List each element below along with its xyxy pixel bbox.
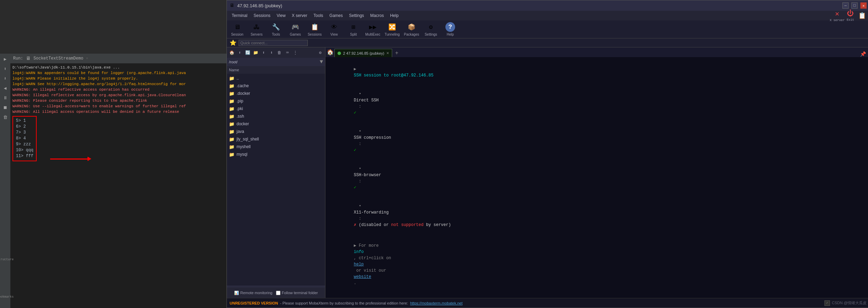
- ide-icon5[interactable]: ⏹: [1, 103, 9, 112]
- ide-structure-icon[interactable]: Structure: [1, 255, 9, 264]
- browser-value: ✓: [354, 185, 356, 190]
- close-button[interactable]: ✕: [860, 2, 867, 9]
- ide-icon6[interactable]: 🗑: [1, 113, 9, 121]
- toolbar-help[interactable]: ? Help: [443, 22, 458, 36]
- fb-item-docker2[interactable]: 📁 docker: [227, 120, 325, 128]
- xserver-label: X server: [830, 19, 844, 22]
- toolbar-tools[interactable]: 🔧 Tools: [268, 22, 284, 36]
- fb-item-pki[interactable]: 📁 .pki: [227, 105, 325, 112]
- help-link[interactable]: help: [354, 262, 364, 267]
- clipboard-icon[interactable]: 📋: [858, 12, 866, 19]
- fb-item-jly[interactable]: 📁 jly_sql_shell: [227, 135, 325, 143]
- tools-icon: 🔧: [271, 22, 281, 32]
- menu-terminal[interactable]: Terminal: [229, 12, 250, 19]
- output-box: 5> 1 6> 2 7> 3 8> 4 9> zzz 10> qqq 11> f…: [12, 116, 226, 161]
- fb-list[interactable]: 📁 .. 📁 .cache 📁 .docker 📁 .pip 📁: [227, 74, 325, 286]
- warn-line-4: WARNING: An illegal reflective access op…: [12, 87, 226, 92]
- tunneling-label: Tunneling: [385, 33, 400, 36]
- fb-item-java[interactable]: 📁 java: [227, 128, 325, 135]
- fb-item-docker-label: .docker: [237, 91, 250, 96]
- menu-macros[interactable]: Macros: [368, 12, 387, 19]
- quick-connect-input[interactable]: [239, 40, 308, 46]
- mobaxterm-link[interactable]: https://mobaxterm.mobatek.net: [410, 301, 463, 305]
- compression-label: SSH compression: [354, 135, 391, 140]
- folder-icon: 📁: [229, 99, 234, 104]
- fb-item-pip[interactable]: 📁 .pip: [227, 97, 325, 105]
- follow-terminal-checkbox[interactable]: [276, 291, 280, 295]
- ide-debug-icon[interactable]: ⬆: [1, 65, 9, 73]
- follow-terminal-btn[interactable]: Follow terminal folder: [276, 291, 318, 295]
- menu-help[interactable]: Help: [387, 12, 401, 19]
- toolbar-session[interactable]: 🖥 Session: [230, 22, 245, 36]
- fb-item-docker[interactable]: 📁 .docker: [227, 90, 325, 97]
- fb-item-ssh[interactable]: 📁 .ssh: [227, 112, 325, 120]
- menu-xserver[interactable]: X server: [289, 12, 310, 19]
- main-content: 🏠 ⬆ 🔄 📁 ⬆ ⬇ 🗑 ⌨ ⋮ ⚙ /root/ ▼ Name: [227, 47, 868, 298]
- ide-icon4[interactable]: ⏸: [1, 94, 9, 102]
- rt-exit-btn[interactable]: ⏻ Exit: [847, 9, 854, 22]
- ide-bookmarks-icon[interactable]: Bookmarks: [1, 293, 9, 301]
- toolbar-games[interactable]: 🎮 Games: [288, 22, 303, 36]
- menu-view[interactable]: View: [274, 12, 288, 19]
- menu-bar: Terminal Sessions View X server Tools Ga…: [227, 11, 868, 20]
- fb-item-cache[interactable]: 📁 .cache: [227, 82, 325, 90]
- pin-icon[interactable]: 📌: [858, 51, 868, 57]
- fb-new-folder-icon[interactable]: 📁: [252, 49, 259, 56]
- console-tab-label[interactable]: SocketTextStreamDemo: [34, 56, 83, 61]
- console-body: D:\software\Java\jdk-11.0.15.1\bin\java.…: [10, 63, 228, 308]
- tab-close-icon[interactable]: ✕: [386, 51, 389, 55]
- mobaxterm-window: 🖥 47.92.146.85 (pubkey) — □ ✕ Terminal S…: [227, 0, 868, 308]
- fb-item-mysql[interactable]: 📁 mysql: [227, 151, 325, 158]
- warn-line-3: log4j:WARN See http://logging.apache.org…: [12, 81, 226, 87]
- menu-settings[interactable]: Settings: [346, 12, 367, 19]
- ssh-browser-line: • SSH-browser : ✓: [329, 160, 866, 197]
- fb-more-icon[interactable]: ⋮: [292, 49, 299, 56]
- fb-header: Name: [227, 66, 325, 74]
- warn-line-1: log4j:WARN No appenders could be found f…: [12, 70, 226, 76]
- website-link[interactable]: website: [354, 274, 371, 279]
- servers-label: Servers: [251, 33, 262, 36]
- fb-item-up[interactable]: 📁 ..: [227, 74, 325, 82]
- toolbar-settings[interactable]: ⚙ Settings: [423, 22, 438, 36]
- fb-terminal-icon[interactable]: ⌨: [284, 49, 291, 56]
- fb-item-cache-label: .cache: [237, 83, 249, 88]
- terminal-tab[interactable]: 2 47.92.146.85 (pubkey) ✕: [334, 49, 392, 57]
- fb-upload-icon[interactable]: ⬆: [260, 49, 267, 56]
- new-tab-button[interactable]: +: [393, 49, 400, 57]
- settings-icon: ⚙: [426, 22, 436, 32]
- fb-download-icon[interactable]: ⬇: [268, 49, 275, 56]
- fb-home-icon[interactable]: 🏠: [228, 49, 235, 56]
- warn-line-2: log4j:WARN Please initialize the log4j s…: [12, 76, 226, 81]
- toolbar-split[interactable]: ⊞ Split: [346, 22, 361, 36]
- ide-stop-icon[interactable]: ⬇: [1, 74, 9, 83]
- menu-tools[interactable]: Tools: [311, 12, 326, 19]
- toolbar-multiexec[interactable]: ▶▶ MultiExec: [365, 22, 380, 36]
- remote-monitoring-btn[interactable]: 📊 Remote monitoring: [234, 291, 273, 295]
- maximize-button[interactable]: □: [851, 2, 858, 9]
- output-line-6: 10> qqq: [16, 147, 33, 153]
- toolbar-tunneling[interactable]: 🔀 Tunneling: [385, 22, 400, 36]
- ide-run-icon[interactable]: ▶: [1, 55, 9, 63]
- toolbar-servers[interactable]: 🖧 Servers: [249, 22, 264, 36]
- fb-item-myshell[interactable]: 📁 myshell: [227, 143, 325, 151]
- ide-icon3[interactable]: ◀: [1, 84, 9, 92]
- toolbar-sessions[interactable]: 📋 Sessions: [307, 22, 322, 36]
- fb-item-pki-label: .pki: [237, 106, 243, 111]
- fb-delete-icon[interactable]: 🗑: [276, 49, 283, 56]
- warn-line-8: WARNING: All illegal access operations w…: [12, 109, 226, 115]
- toolbar-packages[interactable]: 📦 Packages: [404, 22, 419, 36]
- fb-item-up-label: ..: [237, 76, 239, 81]
- fb-refresh-icon[interactable]: 🔄: [244, 49, 251, 56]
- menu-sessions[interactable]: Sessions: [251, 12, 273, 19]
- minimize-button[interactable]: —: [842, 2, 849, 9]
- toolbar-view[interactable]: 👁 View: [326, 22, 342, 36]
- fb-path-text[interactable]: /root/: [229, 60, 318, 64]
- fb-settings-icon[interactable]: ⚙: [317, 49, 324, 56]
- games-label: Games: [290, 33, 301, 36]
- rt-xserver-btn[interactable]: ✕ X server: [830, 9, 844, 22]
- menu-games[interactable]: Games: [327, 12, 346, 19]
- fb-up-icon[interactable]: ⬆: [236, 49, 243, 56]
- sidebar-toggle[interactable]: 🏠: [327, 49, 334, 56]
- folder-icon: 📁: [229, 137, 234, 142]
- fb-item-jly-label: jly_sql_shell: [237, 137, 259, 142]
